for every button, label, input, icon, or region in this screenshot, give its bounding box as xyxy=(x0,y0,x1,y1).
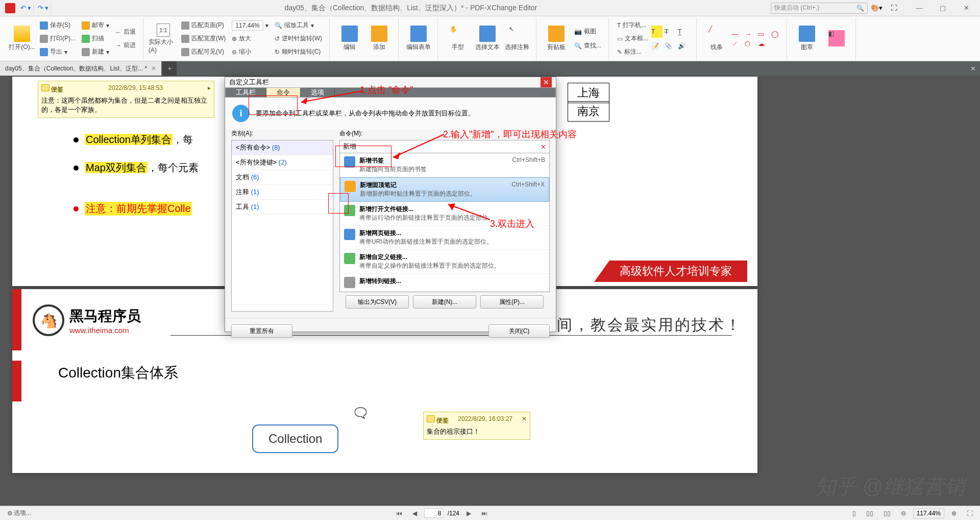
category-list[interactable]: <所有命令> (8)<所有快捷键> (2)文档 (6)注释 (1)工具 (1) xyxy=(231,140,333,312)
export-csv-button[interactable]: 输出为CSV(V) xyxy=(346,295,409,309)
category-item[interactable]: 注释 (1) xyxy=(232,185,333,200)
tab-close-icon[interactable]: ✕ xyxy=(151,65,156,72)
command-search-input[interactable]: 新增✕ xyxy=(339,140,550,153)
tab-command[interactable]: 命令 xyxy=(266,88,301,97)
fit-page-button[interactable]: 匹配页面(P) xyxy=(178,19,229,32)
highlight-tool[interactable]: T xyxy=(651,26,663,38)
back-button[interactable]: ← 后退 xyxy=(112,26,139,38)
clipboard-button[interactable]: 剪贴板 xyxy=(542,19,571,58)
tab-toolbar[interactable]: 工具栏 xyxy=(226,88,266,97)
edit-button[interactable]: 编辑 xyxy=(335,19,364,58)
note-tool[interactable]: 📝 xyxy=(651,40,663,52)
zoom-value[interactable]: 117.44%▾ xyxy=(229,19,271,32)
next-page-button[interactable]: ▶ xyxy=(463,509,474,518)
zoom-in-sb[interactable]: ⊕ xyxy=(948,509,960,518)
polygon-shape[interactable]: ⬠ xyxy=(745,40,756,48)
new-button[interactable]: 新建▾ xyxy=(79,46,112,58)
fit-visible-button[interactable]: 匹配可见(V) xyxy=(178,46,229,58)
zoom-out-button[interactable]: ⊖ 缩小 xyxy=(229,46,271,58)
cloud-shape[interactable]: ☁ xyxy=(758,40,769,48)
layout-cont[interactable]: ▯▯ xyxy=(863,509,876,518)
lines-button[interactable]: ╱线条 xyxy=(702,19,731,58)
hand-button[interactable]: ✋手型 xyxy=(443,19,473,58)
eraser-button[interactable]: ◧ xyxy=(822,19,851,58)
prev-page-button[interactable]: ◀ xyxy=(409,509,420,518)
category-label: 类别(A): xyxy=(231,129,333,138)
tabbar-close-button[interactable]: ✕ xyxy=(966,65,980,73)
options-button[interactable]: ⚙ 选项... xyxy=(4,508,34,518)
edit-form-button[interactable]: 编辑表单 xyxy=(404,19,433,58)
forward-button[interactable]: → 前进 xyxy=(112,39,139,52)
tab-options[interactable]: 选项 xyxy=(301,88,335,97)
maximize-button[interactable]: ▢ xyxy=(931,1,954,15)
strike-tool[interactable]: T̶ xyxy=(665,26,676,38)
close-button[interactable]: ✕ xyxy=(954,1,978,15)
sticky-note[interactable]: 便签2022/8/29, 16:03:27✕ 集合的祖宗接口！ xyxy=(423,412,530,440)
polyline-shape[interactable]: ⟋ xyxy=(731,40,743,48)
command-item[interactable]: 新增书签新建指向当前页面的书签Ctrl+Shift+B xyxy=(340,153,549,177)
add-button[interactable]: 添加 xyxy=(364,19,394,58)
minimize-button[interactable]: — xyxy=(908,1,931,15)
command-item[interactable]: 新增自定义链接...将带自定义操作的新链接注释置于页面的选定部位。 xyxy=(340,250,549,274)
oval-shape[interactable]: ◯ xyxy=(771,30,782,38)
section-heading: Collection集合体系 xyxy=(58,363,178,383)
last-page-button[interactable]: ⏭ xyxy=(478,509,491,518)
rotate-ccw-button[interactable]: ↺ 逆时针旋转(W) xyxy=(272,33,325,45)
attach-tool[interactable]: 📎 xyxy=(665,40,676,52)
dialog-close-button[interactable]: ✕ xyxy=(541,77,552,87)
underline-tool[interactable]: T̲ xyxy=(678,26,689,38)
actual-size-button[interactable]: 1:1实际大小(A) xyxy=(149,19,178,58)
find-button[interactable]: 🔍 查找... xyxy=(571,40,604,52)
save-button[interactable]: 保存(S) xyxy=(37,19,79,32)
document-tab[interactable]: day05、集合（Collection、数据结构、List、泛型... *✕ xyxy=(0,61,161,76)
zoom-display[interactable]: 117.44% xyxy=(913,508,944,518)
page-input[interactable] xyxy=(424,508,444,518)
command-item[interactable]: 新增固顶笔记新增新的即时贴注释置于页面的选定部位。Ctrl+Shift+X xyxy=(340,177,549,202)
page-total: /124 xyxy=(448,510,459,517)
category-item[interactable]: 文档 (6) xyxy=(232,170,333,185)
new-cmd-button[interactable]: 新建(N)... xyxy=(413,295,476,309)
open-button[interactable]: 打开(O)... xyxy=(7,19,37,58)
annotate-button[interactable]: ✎ 标注... xyxy=(614,46,651,58)
select-text-button[interactable]: 选择文本 xyxy=(473,19,502,58)
select-annot-button[interactable]: ↖选择注释 xyxy=(502,19,532,58)
new-tab-button[interactable]: ＋ xyxy=(162,61,177,76)
arrow-shape[interactable]: → xyxy=(745,30,756,38)
category-item[interactable]: <所有命令> (8) xyxy=(232,140,333,155)
typewriter-button[interactable]: T 打字机... xyxy=(614,19,651,32)
command-item[interactable]: 新增转到链接... xyxy=(340,274,549,292)
rect-shape[interactable]: ▭ xyxy=(758,30,769,38)
category-item[interactable]: 工具 (1) xyxy=(232,200,333,215)
sticky-note[interactable]: 便签2022/8/29, 15:48:53▸ 注意：这两个虽然都称为集合，但是二… xyxy=(38,81,214,118)
zoom-out-sb[interactable]: ⊖ xyxy=(898,509,909,518)
mail-button[interactable]: 邮寄▾ xyxy=(79,19,112,32)
fullscreen-button[interactable]: ⛶ xyxy=(887,3,901,14)
textbox-button[interactable]: ▭ 文本框... xyxy=(614,33,651,45)
fit-width-button[interactable]: 匹配宽度(W) xyxy=(178,33,229,45)
layout-single[interactable]: ▯ xyxy=(849,509,859,518)
layout-facing[interactable]: ▯▯ xyxy=(880,509,894,518)
note-icon[interactable]: 🗨️ xyxy=(354,407,367,419)
redo-button[interactable]: ↷ ▾ xyxy=(36,2,51,14)
reset-all-button[interactable]: 重置所有 xyxy=(231,324,292,338)
print-button[interactable]: 打印(P)... xyxy=(37,33,79,45)
first-page-button[interactable]: ⏮ xyxy=(393,509,405,518)
zoom-in-button[interactable]: ⊕ 放大 xyxy=(229,33,271,45)
stamp-button[interactable]: 图章 xyxy=(792,19,822,58)
collection-box: Collection xyxy=(252,424,338,453)
properties-button[interactable]: 属性(P)... xyxy=(480,295,544,309)
fit-sb[interactable]: ⛶ xyxy=(964,509,976,518)
category-item[interactable]: <所有快捷键> (2) xyxy=(232,155,333,170)
undo-button[interactable]: ↶ ▾ xyxy=(18,2,34,14)
quick-launch-input[interactable]: 快速启动 (Ctrl+.)🔍 xyxy=(771,3,868,14)
sound-tool[interactable]: 🔊 xyxy=(678,40,689,52)
export-button[interactable]: 导出▾ xyxy=(37,46,79,58)
screenshot-button[interactable]: 📷 截图 xyxy=(571,26,604,38)
rotate-cw-button[interactable]: ↻ 顺时针旋转(C) xyxy=(272,46,325,58)
clear-icon[interactable]: ✕ xyxy=(541,143,546,151)
line-shape[interactable]: — xyxy=(731,30,743,38)
ui-options-button[interactable]: 🎨▾ xyxy=(869,3,884,14)
zoom-tools-button[interactable]: 🔍 缩放工具▾ xyxy=(272,19,325,32)
dialog-close-btn[interactable]: 关闭(C) xyxy=(488,324,550,338)
scan-button[interactable]: 扫描 xyxy=(79,33,112,45)
